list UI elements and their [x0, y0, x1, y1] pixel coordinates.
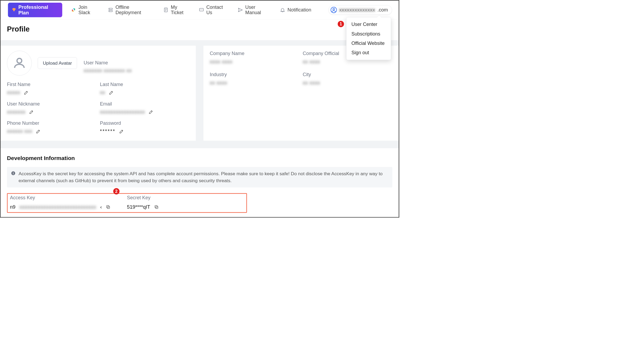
plan-label: Professional Plan: [18, 4, 59, 15]
industry-field: Industry xx xxxx: [210, 72, 300, 85]
nav-offline-deployment[interactable]: Offline Deployment: [108, 5, 155, 15]
industry-label: Industry: [210, 72, 300, 77]
plan-badge[interactable]: Professional Plan: [8, 3, 62, 17]
last-name-value: xx: [100, 89, 105, 95]
phone-label: Phone Number: [7, 120, 97, 126]
page-title: Profile: [7, 25, 392, 33]
first-name-value: xxxxx: [7, 89, 20, 95]
pencil-icon[interactable]: [119, 129, 124, 134]
profile-cards-row: Upload Avatar User Name xxxxxxx xxxxxxxx…: [1, 40, 398, 141]
company-name-value: xxxx xxxx: [210, 59, 300, 64]
phone-value: xxxxxx xxx: [7, 128, 32, 134]
nav-label: Notification: [288, 7, 311, 13]
last-name-label: Last Name: [100, 82, 190, 87]
dropdown-sign-out[interactable]: Sign out: [347, 48, 391, 57]
secret-key-label: Secret Key: [127, 195, 244, 200]
nav-notification[interactable]: Notification: [280, 7, 311, 13]
server-icon: [108, 7, 113, 13]
user-email-suffix: .com: [378, 7, 388, 13]
secret-key-col: Secret Key 519****qIT: [127, 195, 244, 210]
user-email-blurred: xxxxxxxxxxxxxx: [339, 7, 375, 13]
diamond-icon: [11, 7, 16, 13]
pencil-icon[interactable]: [24, 90, 29, 95]
industry-value: xx xxxx: [210, 80, 300, 85]
annotation-1: 1: [338, 21, 344, 27]
upload-avatar-button[interactable]: Upload Avatar: [38, 57, 77, 69]
avatar-icon: [331, 7, 337, 13]
access-key-suffix: ‹: [100, 204, 102, 210]
avatar-placeholder: [7, 51, 32, 76]
chat-icon: [199, 7, 204, 13]
pencil-icon[interactable]: [36, 129, 41, 134]
dropdown-subscriptions[interactable]: Subscriptions: [347, 29, 391, 38]
pencil-icon[interactable]: [109, 90, 114, 95]
dev-info-section: Development Information AccessKey is the…: [1, 148, 398, 218]
username-label: User Name: [84, 60, 190, 65]
email-field: Email xxxxxxxxxxxxxxxxx: [100, 101, 190, 115]
nav-my-ticket[interactable]: My Ticket: [163, 5, 190, 15]
nav-contact-us[interactable]: Contact Us: [199, 5, 229, 15]
copy-icon[interactable]: [154, 205, 159, 209]
nickname-value: xxxxxxx: [7, 109, 25, 115]
keys-highlight-box: Access Key n9 xxxxxxxxxxxxxxxxxxxxxxxxxx…: [7, 193, 247, 213]
phone-field: Phone Number xxxxxx xxx: [7, 120, 97, 134]
last-name-field: Last Name xx: [100, 82, 190, 95]
top-bar: Professional Plan Join Slack Offline Dep…: [1, 1, 398, 19]
nickname-field: User Nickname xxxxxxx: [7, 101, 97, 115]
password-value: ******: [100, 128, 115, 134]
company-name-field: Company Name xxxx xxxx: [210, 51, 300, 64]
first-name-field: First Name xxxxx: [7, 82, 97, 95]
pencil-icon[interactable]: [29, 109, 34, 114]
nav-label: User Manual: [245, 5, 271, 15]
page-body: Profile Upload Avatar User Name xxxxxxx …: [1, 20, 398, 218]
nickname-label: User Nickname: [7, 101, 97, 107]
dev-info-title: Development Information: [7, 155, 392, 161]
nav-label: Join Slack: [78, 5, 99, 15]
nav-label: Contact Us: [206, 5, 229, 15]
access-key-col: Access Key n9 xxxxxxxxxxxxxxxxxxxxxxxxxx…: [10, 195, 127, 210]
ticket-icon: [163, 7, 168, 13]
dropdown-official-website[interactable]: Official Website: [347, 38, 391, 48]
company-name-label: Company Name: [210, 51, 300, 56]
password-label: Password: [100, 120, 190, 126]
send-icon: [238, 7, 243, 13]
nav-user-manual[interactable]: User Manual: [238, 5, 271, 15]
user-dropdown: User Center Subscriptions Official Websi…: [346, 17, 391, 60]
profile-card: Upload Avatar User Name xxxxxxx xxxxxxxx…: [1, 46, 196, 141]
slack-icon: [71, 7, 76, 13]
city-value: xx xxxx: [303, 80, 392, 85]
email-value: xxxxxxxxxxxxxxxxx: [100, 109, 145, 115]
nav-label: Offline Deployment: [116, 5, 155, 15]
dropdown-user-center[interactable]: User Center: [347, 20, 391, 29]
nav-join-slack[interactable]: Join Slack: [71, 5, 99, 15]
banner-text: AccessKey is the secret key for accessin…: [18, 170, 388, 184]
email-label: Email: [100, 101, 190, 107]
username-value: xxxxxxx xxxxxxxx xx: [84, 68, 190, 73]
city-field: City xx xxxx: [303, 72, 392, 85]
access-key-blurred: xxxxxxxxxxxxxxxxxxxxxxxxxxxxx: [19, 204, 96, 210]
annotation-2: 2: [113, 188, 120, 194]
user-menu-button[interactable]: xxxxxxxxxxxxxx .com: [328, 5, 392, 15]
nav-label: My Ticket: [171, 5, 190, 15]
secret-key-value: 519****qIT: [127, 204, 150, 210]
access-key-warning-banner: AccessKey is the secret key for accessin…: [7, 167, 392, 188]
copy-icon[interactable]: [106, 205, 110, 209]
first-name-label: First Name: [7, 82, 97, 87]
access-key-prefix: n9: [10, 204, 15, 210]
city-label: City: [303, 72, 392, 77]
password-field: Password ******: [100, 120, 190, 134]
pencil-icon[interactable]: [148, 109, 154, 114]
info-icon: [11, 171, 15, 176]
bell-icon: [280, 7, 285, 13]
access-key-label: Access Key: [10, 195, 127, 200]
